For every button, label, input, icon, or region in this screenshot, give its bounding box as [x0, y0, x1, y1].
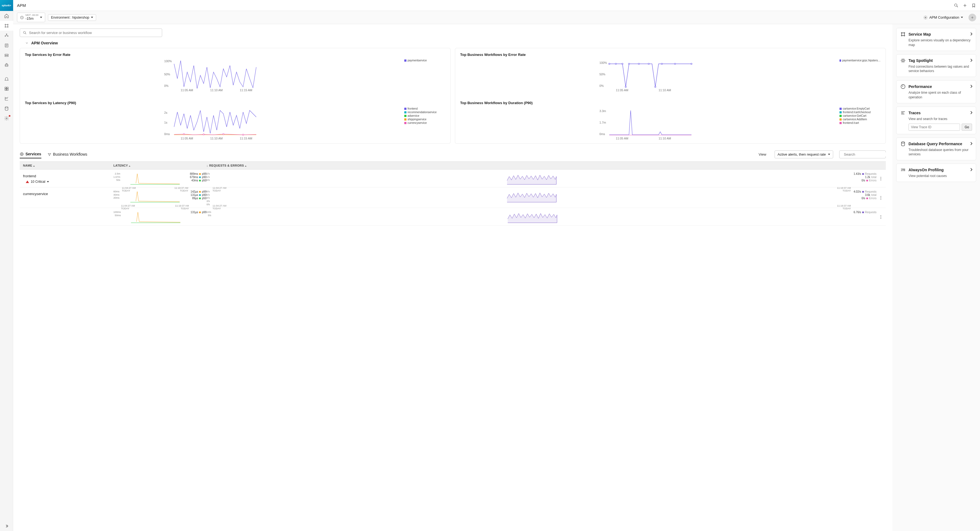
nav-dashboards-icon[interactable]	[0, 84, 13, 94]
nav-card-servicemap[interactable]: Service Map Explore services visually on…	[896, 28, 976, 51]
svg-point-42	[691, 63, 692, 65]
nav-card-traces[interactable]: Traces View and search for traces Go	[896, 107, 976, 134]
nav-expand-icon[interactable]	[0, 521, 13, 531]
tab-services[interactable]: Services	[20, 150, 41, 158]
service-name[interactable]: currencyservice	[23, 192, 113, 196]
service-search-input[interactable]	[29, 31, 159, 35]
svg-point-12	[7, 65, 7, 66]
left-nav: splunk>	[0, 0, 13, 531]
table-search-input[interactable]	[844, 152, 890, 156]
filter-bar: MDT -06:00 -15m Environment : hipstersho…	[13, 11, 980, 24]
nav-apm-icon[interactable]	[0, 21, 13, 31]
add-panel-button[interactable]	[969, 14, 976, 21]
svg-point-36	[628, 63, 630, 65]
svg-text:11:10 AM: 11:10 AM	[659, 88, 671, 92]
nav-card-spotlight[interactable]: Tag Spotlight Find connections between t…	[896, 54, 976, 77]
nav-metrics-icon[interactable]	[0, 94, 13, 104]
svg-point-39	[655, 86, 656, 88]
svg-point-0	[5, 24, 6, 25]
legend-item: shippingservice	[404, 118, 445, 121]
environment-label: Environment : hipstershop	[51, 16, 89, 19]
svg-rect-16	[6, 89, 8, 91]
nav-card-profiling[interactable]: AlwaysOn Profiling View potential root c…	[896, 164, 976, 182]
svg-point-19	[955, 4, 957, 6]
chart-legend: paymentservice:grpc.hipsters…	[840, 59, 881, 92]
time-range-picker[interactable]: MDT -06:00 -15m	[17, 13, 45, 22]
svg-point-74	[881, 218, 881, 219]
svg-point-49	[203, 134, 204, 135]
svg-point-41	[675, 63, 676, 65]
overview-section[interactable]: APM Overview	[25, 41, 886, 45]
nav-data-icon[interactable]	[0, 104, 13, 113]
svg-point-70	[881, 197, 881, 198]
nav-card-gauge[interactable]: Performance Analyze time spent on each c…	[896, 80, 976, 103]
topbar: APM	[13, 0, 980, 11]
nav-settings-icon[interactable]	[0, 113, 13, 123]
trace-id-input[interactable]	[908, 124, 960, 131]
legend-item: paymentservice:grpc.hipsters…	[840, 59, 881, 62]
service-search[interactable]	[20, 29, 162, 37]
service-name[interactable]: frontend	[23, 174, 113, 178]
brand-logo[interactable]: splunk>	[0, 0, 13, 11]
svg-text:0ms: 0ms	[164, 132, 170, 136]
view-label: View	[759, 152, 766, 156]
svg-point-72	[881, 215, 881, 216]
alerts-indicator[interactable]: 10 Critical	[26, 180, 113, 183]
col-requests[interactable]: ↓REQUESTS & ERRORS	[207, 164, 883, 167]
svg-point-1	[7, 24, 8, 25]
nav-log-icon[interactable]	[0, 41, 13, 50]
apm-configuration-button[interactable]: APM Configuration	[923, 15, 963, 20]
servicemap-icon	[900, 32, 906, 37]
table-search[interactable]	[839, 150, 886, 158]
view-dropdown[interactable]: Active alerts, then request rate	[775, 150, 833, 158]
svg-text:11:05 AM: 11:05 AM	[616, 137, 628, 140]
svg-point-50	[223, 134, 224, 135]
svg-rect-13	[5, 87, 6, 88]
row-menu-icon[interactable]	[879, 214, 883, 221]
svg-point-21	[925, 17, 926, 18]
tab-workflows[interactable]: Business Workflows	[48, 150, 88, 158]
svg-text:0%: 0%	[600, 84, 604, 88]
svg-text:100%: 100%	[164, 59, 172, 63]
svg-text:11:10 AM: 11:10 AM	[659, 137, 671, 140]
svg-text:11:10 AM: 11:10 AM	[210, 88, 223, 92]
legend-item: currencyservice	[404, 121, 445, 124]
search-icon[interactable]	[954, 3, 959, 8]
nav-synth-icon[interactable]	[0, 60, 13, 70]
nav-home-icon[interactable]	[0, 11, 13, 21]
nav-alerts-icon[interactable]	[0, 74, 13, 84]
svg-point-61	[20, 152, 23, 155]
svg-point-63	[50, 153, 51, 154]
svg-point-22	[24, 32, 26, 34]
nav-infra-icon[interactable]	[0, 50, 13, 60]
page-title: APM	[17, 3, 26, 8]
environment-picker[interactable]: Environment : hipstershop	[48, 14, 96, 21]
trace-go-button[interactable]: Go	[962, 124, 972, 131]
svg-point-71	[881, 199, 881, 199]
add-icon[interactable]	[963, 3, 967, 8]
svg-point-17	[5, 107, 8, 108]
svg-text:11:15 AM: 11:15 AM	[240, 88, 253, 92]
bookmark-icon[interactable]	[971, 3, 976, 8]
spotlight-icon	[900, 58, 906, 63]
svg-point-35	[625, 86, 627, 88]
svg-point-69	[881, 196, 881, 197]
svg-text:1.7m: 1.7m	[600, 121, 606, 124]
svg-point-81	[901, 142, 905, 143]
row-menu-icon[interactable]	[879, 195, 883, 202]
svg-point-79	[902, 59, 904, 61]
nav-rum-icon[interactable]	[0, 31, 13, 41]
svg-point-48	[183, 134, 185, 135]
chart-title: Top Business Workflows by Duration (P90)	[460, 101, 881, 105]
row-menu-icon[interactable]	[879, 175, 883, 182]
svg-rect-15	[5, 89, 6, 91]
col-name[interactable]: NAME	[23, 164, 113, 167]
chevron-right-icon	[970, 168, 973, 172]
svg-point-60	[21, 153, 22, 155]
chart-legend: paymentservice	[404, 59, 445, 92]
col-latency[interactable]: LATENCY	[113, 164, 207, 167]
nav-card-db[interactable]: Database Query Performance Troubleshoot …	[896, 137, 976, 161]
svg-point-76	[904, 32, 905, 33]
svg-point-33	[615, 63, 617, 65]
chevron-right-icon	[970, 85, 973, 89]
